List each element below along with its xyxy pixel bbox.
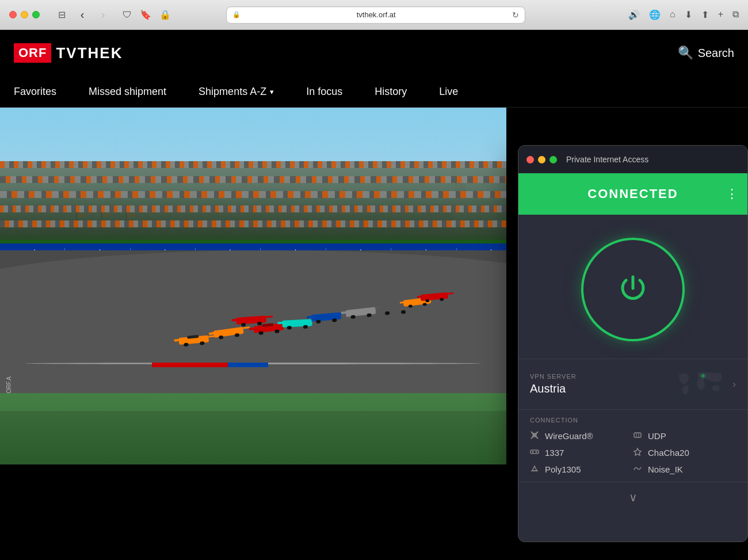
pia-vpn-window: Private Internet Access CONNECTED ⋮ VPN …	[518, 145, 748, 542]
chacha20-icon	[633, 447, 643, 458]
orf-logo[interactable]: ORF TVTHEK	[14, 43, 123, 63]
fullscreen-button[interactable]	[32, 11, 40, 18]
speaker-icon[interactable]: 🔊	[628, 9, 640, 20]
lock-icon[interactable]: 🔒	[159, 9, 171, 20]
udp-text: UDP	[648, 431, 666, 441]
search-icon: 🔍	[678, 45, 693, 60]
close-button[interactable]	[9, 11, 17, 18]
svg-rect-57	[531, 450, 539, 454]
address-url[interactable]: tvthek.orf.at	[244, 10, 509, 19]
grass-foreground	[0, 411, 506, 464]
orf-logo-box: ORF	[14, 43, 51, 63]
browser-nav: ⊟ ‹ ›	[54, 9, 111, 21]
wireguard-icon	[530, 431, 540, 441]
conn-wireguard: WireGuard®	[530, 431, 633, 441]
svg-point-59	[536, 451, 537, 453]
orf-navigation: Favorites Missed shipment Shipments A-Z …	[0, 76, 748, 108]
conn-udp: UDP	[633, 431, 736, 441]
pia-server-label: VPN SERVER	[530, 373, 676, 380]
svg-rect-8	[243, 326, 250, 329]
pia-server-info: VPN SERVER Austria	[530, 373, 676, 395]
pia-traffic-lights	[526, 156, 557, 163]
address-bar[interactable]: 🔒 tvthek.orf.at ↻	[226, 6, 525, 24]
chevron-down-icon: ∨	[629, 490, 638, 504]
pia-connection-label: CONNECTION	[530, 417, 736, 424]
home-icon[interactable]: ⌂	[670, 9, 676, 20]
search-button[interactable]: 🔍 Search	[678, 45, 734, 60]
pia-power-area	[518, 215, 747, 359]
nav-favorites[interactable]: Favorites	[14, 76, 72, 107]
wireguard-text: WireGuard®	[545, 431, 593, 441]
nav-in-focus[interactable]: In focus	[290, 76, 358, 107]
pia-server-chevron: ›	[732, 378, 736, 390]
orf-website: ORF TVTHEK 🔍 Search Favorites Missed shi…	[0, 30, 748, 560]
forward-button[interactable]: ›	[95, 9, 111, 21]
pia-menu-button[interactable]: ⋮	[726, 186, 738, 201]
pia-minimize-button[interactable]	[538, 156, 545, 163]
tabs-overview-button[interactable]: ⧉	[732, 9, 739, 20]
pia-power-button[interactable]	[581, 238, 685, 341]
pia-close-button[interactable]	[526, 156, 534, 163]
race-background: 🔸 crypto.com 🔸 crypto.com 🔸 crypto.com 🔸…	[0, 108, 506, 464]
crowd-layer	[0, 161, 506, 250]
pia-status-text: CONNECTED	[587, 186, 678, 201]
svg-rect-26	[303, 325, 308, 328]
translate-icon[interactable]: 🌐	[649, 9, 661, 20]
titlebar-right-actions: 🔊 🌐 ⌂ ⬇ ⬆ + ⧉	[628, 9, 739, 20]
chevron-down-icon: ▾	[270, 87, 274, 96]
power-icon	[615, 271, 651, 308]
pia-titlebar: Private Internet Access	[518, 146, 747, 173]
pia-server-row[interactable]: VPN SERVER Austria	[530, 359, 736, 409]
download-button[interactable]: ⬇	[685, 9, 692, 20]
svg-rect-47	[420, 292, 448, 300]
svg-rect-17	[236, 315, 266, 325]
pia-server-value: Austria	[530, 382, 676, 395]
svg-rect-22	[282, 319, 312, 327]
pia-expand-button[interactable]: ∨	[518, 482, 747, 512]
pia-map-area	[676, 368, 728, 400]
orf-logo-text: TVTHEK	[56, 44, 123, 62]
poly1305-icon	[530, 464, 540, 475]
back-button[interactable]: ‹	[74, 9, 90, 21]
svg-rect-23	[277, 321, 285, 324]
sidebar-toggle[interactable]: ⊟	[54, 9, 70, 21]
pia-connected-bar: CONNECTED ⋮	[518, 173, 747, 215]
titlebar: ⊟ ‹ › 🛡 🔖 🔒 🔒 tvthek.orf.at ↻ 🔊 🌐 ⌂ ⬇ ⬆ …	[0, 0, 748, 30]
noiseik-text: Noise_IK	[648, 464, 683, 474]
world-map-svg	[676, 368, 728, 400]
conn-poly1305: Poly1305	[530, 464, 633, 475]
add-tab-button[interactable]: +	[718, 9, 723, 20]
bookmark-icon[interactable]: 🔖	[140, 9, 151, 20]
nav-history[interactable]: History	[358, 76, 423, 107]
browser-icons: 🛡 🔖 🔒	[123, 9, 171, 20]
svg-rect-56	[634, 433, 641, 437]
port-text: 1337	[545, 448, 564, 458]
conn-port: 1337	[530, 447, 633, 458]
poly1305-text: Poly1305	[545, 464, 581, 474]
pia-connection-grid: WireGuard® UDP 1337	[530, 431, 736, 475]
nav-live[interactable]: Live	[423, 76, 474, 107]
svg-rect-49	[448, 292, 453, 295]
f1-cars-svg	[0, 243, 506, 405]
hero-image: 🔸 crypto.com 🔸 crypto.com 🔸 crypto.com 🔸…	[0, 108, 506, 464]
address-lock-icon: 🔒	[232, 11, 241, 18]
svg-point-58	[532, 451, 534, 453]
orf-watermark: ORF.A	[6, 376, 12, 393]
traffic-lights	[9, 11, 40, 18]
nav-shipments-az[interactable]: Shipments A-Z ▾	[182, 76, 290, 107]
shield-icon[interactable]: 🛡	[123, 9, 132, 20]
minimize-button[interactable]	[21, 11, 28, 18]
udp-icon	[633, 431, 643, 441]
share-button[interactable]: ⬆	[701, 9, 709, 20]
orf-header: ORF TVTHEK 🔍 Search	[0, 30, 748, 76]
nav-missed-shipment[interactable]: Missed shipment	[72, 76, 182, 107]
pia-connection-section: CONNECTION WireGuard® UDP	[518, 409, 747, 482]
svg-rect-19	[266, 315, 273, 318]
conn-chacha20: ChaCha20	[633, 447, 736, 458]
reload-button[interactable]: ↻	[512, 10, 519, 20]
pia-window-title: Private Internet Access	[566, 155, 648, 164]
svg-point-53	[701, 374, 705, 378]
port-icon	[530, 447, 540, 458]
pia-fullscreen-button[interactable]	[549, 156, 557, 163]
conn-noiseik: Noise_IK	[633, 464, 736, 475]
